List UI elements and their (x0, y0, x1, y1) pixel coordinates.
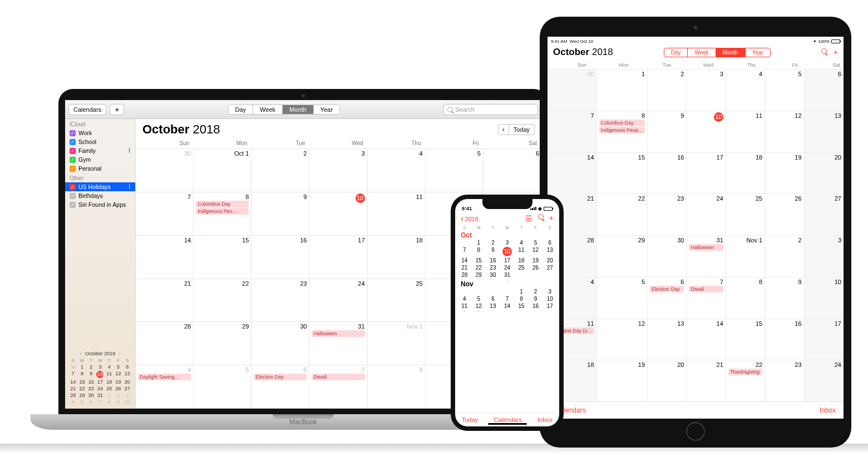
home-indicator[interactable] (488, 423, 527, 425)
day-cell[interactable]: 24 (687, 193, 726, 235)
day-cell[interactable]: 6 (484, 149, 541, 192)
mini-day[interactable]: 27 (123, 385, 132, 392)
day-cell[interactable]: 4 (457, 296, 472, 302)
day-cell[interactable]: 18 (726, 152, 765, 194)
mini-day[interactable]: 24 (96, 385, 105, 392)
day-cell[interactable]: 24 (309, 279, 367, 322)
add-calendar-button[interactable]: + (110, 104, 124, 115)
mini-day[interactable]: 4 (105, 364, 114, 370)
sidebar-calendar-item[interactable]: ✓Gym (65, 155, 135, 164)
day-cell[interactable]: 31Halloween (687, 235, 726, 277)
mini-day[interactable]: 17 (96, 379, 105, 385)
day-cell[interactable]: 16 (486, 257, 500, 264)
day-cell[interactable]: 22Thanksgiving (726, 360, 765, 401)
day-cell[interactable]: 23 (765, 360, 804, 401)
day-cell[interactable]: 10 (542, 296, 557, 302)
day-cell[interactable] (542, 272, 557, 278)
mini-day[interactable]: 4 (68, 399, 77, 405)
day-cell[interactable]: 3 (542, 289, 557, 295)
mini-day[interactable]: 28 (68, 392, 77, 399)
today-button[interactable]: Today (509, 124, 535, 135)
day-cell[interactable]: 11 (457, 303, 472, 309)
day-cell[interactable]: 8 (472, 247, 486, 256)
day-cell[interactable]: 30 (548, 69, 597, 111)
search-icon[interactable] (538, 214, 544, 220)
day-cell[interactable]: 25 (726, 193, 765, 235)
day-cell[interactable]: 18 (368, 236, 426, 279)
mini-day[interactable]: 11 (105, 370, 114, 379)
day-cell[interactable]: 3 (500, 240, 515, 246)
mini-day[interactable]: 8 (105, 399, 114, 405)
day-cell[interactable]: 21 (457, 265, 472, 271)
day-cell[interactable]: 13 (648, 319, 687, 360)
day-cell[interactable]: 31 (500, 272, 515, 278)
day-cell[interactable]: 5 (472, 296, 486, 302)
day-cell[interactable]: 7Diwali (687, 277, 726, 319)
sidebar-calendar-item[interactable]: ✓US Holidays⌇ (65, 182, 135, 191)
day-cell[interactable]: 21 (687, 360, 726, 401)
search-input[interactable]: Search (443, 104, 538, 115)
day-cell[interactable]: 17 (687, 152, 726, 194)
day-cell[interactable]: 8 (514, 296, 529, 302)
mini-next-icon[interactable]: › (119, 351, 120, 356)
calendars-button[interactable]: Calendars (68, 104, 106, 115)
calendar-checkbox[interactable]: ✓ (70, 166, 76, 172)
day-cell[interactable]: 8 (726, 277, 765, 319)
day-cell[interactable]: 5 (194, 365, 251, 409)
mini-day[interactable]: 21 (68, 385, 77, 392)
sidebar-calendar-item[interactable]: ✓Family⌇ (65, 146, 135, 155)
day-cell[interactable]: 17 (805, 319, 844, 360)
day-cell[interactable] (500, 289, 515, 295)
day-cell[interactable]: 9 (486, 247, 500, 256)
day-cell[interactable]: Oct 1 (194, 149, 251, 192)
mini-day[interactable]: 3 (96, 364, 105, 370)
calendar-checkbox[interactable]: ✓ (70, 202, 76, 208)
day-cell[interactable]: 15 (726, 319, 765, 360)
day-cell[interactable]: 24 (500, 265, 515, 271)
mini-day[interactable]: 3 (123, 392, 132, 399)
day-cell[interactable] (457, 289, 472, 295)
day-cell[interactable]: 19 (529, 257, 543, 264)
day-cell[interactable]: 1 (514, 289, 529, 295)
day-cell[interactable]: 14 (136, 236, 194, 279)
day-cell[interactable]: 7 (548, 111, 597, 152)
day-cell[interactable]: 14 (500, 303, 515, 309)
day-cell[interactable]: 8 (368, 365, 426, 409)
mini-day[interactable]: 20 (123, 379, 132, 385)
day-cell[interactable]: 8Columbus DayIndigenous Peop… (597, 111, 648, 152)
day-cell[interactable]: 1 (597, 69, 648, 111)
event-pill[interactable]: Diwali (689, 286, 723, 292)
mini-day[interactable]: 16 (87, 379, 96, 385)
day-cell[interactable]: 12 (765, 111, 804, 152)
back-button[interactable]: 2018 (461, 213, 479, 223)
event-pill[interactable]: Columbus Day (196, 201, 249, 207)
day-cell[interactable]: 9 (529, 296, 543, 302)
mini-day[interactable]: 30 (68, 364, 77, 370)
day-cell[interactable]: 29 (597, 235, 648, 277)
mini-day[interactable]: 30 (87, 392, 96, 399)
back-button[interactable]: ‹ (498, 124, 509, 135)
day-cell[interactable]: 19 (597, 360, 648, 401)
day-cell[interactable]: 2 (486, 240, 500, 246)
mini-day[interactable]: 9 (114, 399, 122, 405)
inbox-button[interactable]: Inbox (820, 406, 836, 414)
day-cell[interactable]: 20 (542, 257, 557, 264)
event-pill[interactable]: Columbus Day (599, 120, 645, 126)
sidebar-calendar-item[interactable]: ✓Birthdays (65, 191, 135, 200)
day-cell[interactable]: 10 (309, 192, 367, 236)
day-cell[interactable]: 1 (472, 240, 486, 246)
day-cell[interactable]: 15 (472, 257, 486, 264)
view-week[interactable]: Week (688, 48, 716, 57)
mini-prev-icon[interactable]: ‹ (80, 351, 82, 356)
day-cell[interactable]: 27 (542, 265, 557, 271)
event-pill[interactable]: Thanksgiving (728, 369, 762, 375)
day-cell[interactable]: 7 (136, 192, 194, 236)
event-pill[interactable]: Indigenous Peop… (599, 127, 645, 133)
home-button[interactable] (686, 422, 705, 441)
list-icon[interactable]: ☰ (525, 214, 532, 223)
calendars-button[interactable]: Calendars (494, 416, 522, 423)
day-cell[interactable]: 6 (542, 240, 557, 246)
day-cell[interactable]: 5 (529, 240, 543, 246)
view-year[interactable]: Year (314, 105, 339, 114)
day-cell[interactable]: 26 (765, 193, 804, 235)
